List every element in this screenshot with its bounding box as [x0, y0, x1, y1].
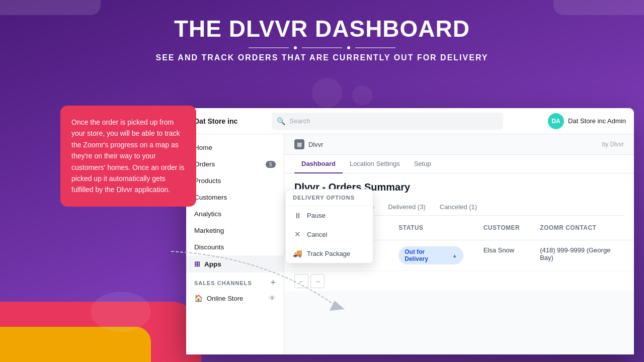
tabs-bar: Dashboard Location Settings Setup: [284, 155, 634, 173]
user-area: DA Dat Store inc Admin: [548, 113, 626, 129]
orders-label: Orders: [194, 160, 215, 168]
analytics-label: Analytics: [194, 210, 221, 218]
status-badge[interactable]: Out for Delivery ▲: [398, 246, 463, 264]
status-chevron-icon: ▲: [452, 253, 457, 258]
delivery-options-dropdown: DELIVERY OPTIONS ⏸ Pause ✕ Cancel 🚚 Trac…: [285, 189, 373, 263]
divider-line-mid: [302, 47, 342, 48]
breadcrumb-by: by Dlvvr: [602, 141, 624, 148]
divider-dot-1: [294, 46, 297, 49]
search-bar[interactable]: 🔍 Search: [272, 113, 503, 130]
deco-circle-2: [352, 85, 372, 106]
col-status: Status: [388, 216, 473, 240]
status-text: Out for Delivery: [405, 248, 449, 262]
orders-badge: 5: [266, 161, 276, 168]
search-placeholder: Search: [289, 117, 310, 125]
products-label: Products: [194, 177, 221, 185]
deco-blob-4: [0, 327, 151, 362]
tab-setup[interactable]: Setup: [407, 155, 438, 173]
filter-tab-delivered[interactable]: Delivered (3): [381, 199, 432, 216]
sidebar-item-marketing[interactable]: Marketing: [186, 222, 284, 239]
dlvvr-app-icon: ▦: [294, 139, 304, 149]
sidebar-item-customers[interactable]: Customers: [186, 189, 284, 206]
deco-blob-2: [553, 0, 644, 15]
tooltip-box: Once the order is picked up from your st…: [60, 106, 196, 207]
delivery-option-cancel[interactable]: ✕ Cancel: [286, 225, 373, 244]
cancel-label: Cancel: [307, 231, 327, 238]
delivery-option-pause[interactable]: ⏸ Pause: [286, 206, 373, 225]
cell-zoomr-contact: (418) 999-9999 (George Bay): [530, 240, 634, 271]
title-divider: [0, 46, 644, 49]
page-header: THE DLVVR DASHBOARD SEE AND TRACK ORDERS…: [0, 15, 644, 62]
tab-location-settings[interactable]: Location Settings: [343, 155, 407, 173]
track-label: Track Package: [307, 250, 350, 257]
topbar: Dat Store inc 🔍 Search DA Dat Store inc …: [186, 108, 634, 134]
pause-icon: ⏸: [293, 211, 302, 220]
col-zoomr-contact: Zoomr Contact: [530, 216, 634, 240]
deco-blob-1: [0, 0, 101, 15]
home-label: Home: [194, 144, 212, 151]
cell-status: Out for Delivery ▲: [388, 240, 473, 271]
deco-circle-1: [312, 78, 342, 108]
truck-icon: 🚚: [293, 249, 302, 258]
breadcrumb-left: ▦ Dlvvr: [294, 139, 324, 149]
main-title: THE DLVVR DASHBOARD: [0, 15, 644, 42]
svg-marker-0: [330, 301, 345, 311]
breadcrumb-app-name: Dlvvr: [308, 141, 324, 148]
sidebar-item-orders[interactable]: Orders 5: [186, 156, 284, 172]
breadcrumb-bar: ▦ Dlvvr by Dlvvr: [284, 134, 634, 155]
divider-line-left: [249, 47, 289, 48]
tooltip-text: Once the order is picked up from your st…: [71, 117, 185, 196]
divider-dot-2: [347, 46, 350, 49]
deco-blob-5: [91, 292, 151, 332]
sidebar-item-home[interactable]: Home: [186, 139, 284, 156]
store-name: Dat Store inc: [194, 117, 250, 125]
avatar: DA: [548, 113, 564, 129]
divider-line-right: [355, 47, 395, 48]
delivery-options-header: DELIVERY OPTIONS: [286, 190, 373, 206]
col-customer: Customer: [473, 216, 530, 240]
admin-name: Dat Store inc Admin: [568, 117, 626, 125]
tab-dashboard[interactable]: Dashboard: [294, 155, 343, 173]
cancel-icon: ✕: [293, 230, 302, 239]
filter-tab-canceled[interactable]: Canceled (1): [433, 199, 484, 216]
search-icon: 🔍: [277, 117, 285, 125]
customers-label: Customers: [194, 194, 227, 201]
pause-label: Pause: [307, 212, 326, 219]
sidebar-item-analytics[interactable]: Analytics: [186, 206, 284, 222]
delivery-option-track[interactable]: 🚚 Track Package: [286, 244, 373, 263]
marketing-label: Marketing: [194, 227, 224, 234]
cell-customer: Elsa Snow: [473, 240, 530, 271]
sidebar-item-products[interactable]: Products: [186, 172, 284, 189]
subtitle: SEE AND TRACK ORDERS THAT ARE CURRENTLY …: [0, 53, 644, 62]
